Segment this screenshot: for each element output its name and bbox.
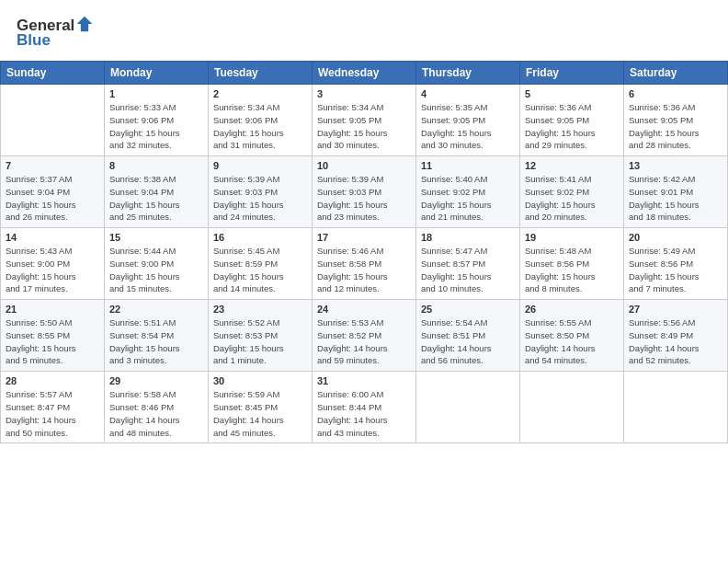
logo-icon [75,15,94,33]
day-cell: 24Sunrise: 5:53 AM Sunset: 8:52 PM Dayli… [313,300,416,372]
week-row-1: 1Sunrise: 5:33 AM Sunset: 9:06 PM Daylig… [1,85,728,156]
day-number: 24 [317,304,411,315]
weekday-header-thursday: Thursday [416,62,520,85]
day-number: 30 [213,375,307,386]
day-info: Sunrise: 5:33 AM Sunset: 9:06 PM Dayligh… [109,101,203,152]
day-cell: 8Sunrise: 5:38 AM Sunset: 9:04 PM Daylig… [105,156,209,228]
day-info: Sunrise: 5:48 AM Sunset: 8:56 PM Dayligh… [525,245,619,295]
day-info: Sunrise: 5:55 AM Sunset: 8:50 PM Dayligh… [525,316,619,367]
day-cell: 19Sunrise: 5:48 AM Sunset: 8:56 PM Dayli… [520,228,624,300]
day-number: 27 [629,304,722,315]
day-number: 20 [629,232,722,243]
day-number: 18 [421,232,515,243]
day-info: Sunrise: 5:52 AM Sunset: 8:53 PM Dayligh… [213,316,307,367]
day-number: 22 [109,304,203,315]
day-number: 14 [6,232,99,243]
day-info: Sunrise: 5:51 AM Sunset: 8:54 PM Dayligh… [109,316,203,367]
day-info: Sunrise: 5:42 AM Sunset: 9:01 PM Dayligh… [629,173,722,224]
day-info: Sunrise: 5:39 AM Sunset: 9:03 PM Dayligh… [213,173,307,224]
day-cell: 21Sunrise: 5:50 AM Sunset: 8:55 PM Dayli… [1,300,105,372]
day-number: 8 [109,160,203,171]
day-info: Sunrise: 5:36 AM Sunset: 9:05 PM Dayligh… [525,101,619,152]
day-number: 6 [629,88,722,99]
weekday-header-monday: Monday [105,62,209,85]
day-info: Sunrise: 5:35 AM Sunset: 9:05 PM Dayligh… [421,101,515,152]
week-row-2: 7Sunrise: 5:37 AM Sunset: 9:04 PM Daylig… [1,156,728,228]
day-cell: 22Sunrise: 5:51 AM Sunset: 8:54 PM Dayli… [105,300,209,372]
day-info: Sunrise: 5:47 AM Sunset: 8:57 PM Dayligh… [421,245,515,295]
day-number: 7 [6,160,99,171]
day-info: Sunrise: 5:37 AM Sunset: 9:04 PM Dayligh… [6,173,99,224]
day-number: 28 [6,375,99,386]
day-info: Sunrise: 5:34 AM Sunset: 9:06 PM Dayligh… [213,101,307,152]
day-info: Sunrise: 6:00 AM Sunset: 8:44 PM Dayligh… [317,388,411,439]
day-number: 9 [213,160,307,171]
day-number: 29 [109,375,203,386]
logo-blue-text: Blue [17,31,51,50]
day-info: Sunrise: 5:54 AM Sunset: 8:51 PM Dayligh… [421,316,515,367]
day-cell: 28Sunrise: 5:57 AM Sunset: 8:47 PM Dayli… [1,372,105,443]
day-cell [416,372,520,443]
weekday-header-wednesday: Wednesday [313,62,416,85]
weekday-header-saturday: Saturday [624,62,728,85]
day-cell: 23Sunrise: 5:52 AM Sunset: 8:53 PM Dayli… [209,300,313,372]
day-number: 11 [421,160,515,171]
day-cell: 14Sunrise: 5:43 AM Sunset: 9:00 PM Dayli… [1,228,105,300]
day-number: 3 [317,88,411,99]
day-cell: 9Sunrise: 5:39 AM Sunset: 9:03 PM Daylig… [209,156,313,228]
day-cell: 30Sunrise: 5:59 AM Sunset: 8:45 PM Dayli… [209,372,313,443]
day-info: Sunrise: 5:34 AM Sunset: 9:05 PM Dayligh… [317,101,411,152]
day-number: 19 [525,232,619,243]
weekday-header-sunday: Sunday [1,62,105,85]
day-info: Sunrise: 5:49 AM Sunset: 8:56 PM Dayligh… [629,245,722,295]
day-number: 2 [213,88,307,99]
day-number: 10 [317,160,411,171]
week-row-4: 21Sunrise: 5:50 AM Sunset: 8:55 PM Dayli… [1,300,728,372]
day-number: 16 [213,232,307,243]
day-info: Sunrise: 5:38 AM Sunset: 9:04 PM Dayligh… [109,173,203,224]
day-info: Sunrise: 5:59 AM Sunset: 8:45 PM Dayligh… [213,388,307,439]
day-cell: 13Sunrise: 5:42 AM Sunset: 9:01 PM Dayli… [624,156,728,228]
day-cell: 27Sunrise: 5:56 AM Sunset: 8:49 PM Dayli… [624,300,728,372]
day-number: 26 [525,304,619,315]
day-number: 1 [109,88,203,99]
day-number: 21 [6,304,99,315]
day-cell: 31Sunrise: 6:00 AM Sunset: 8:44 PM Dayli… [313,372,416,443]
day-number: 5 [525,88,619,99]
day-info: Sunrise: 5:36 AM Sunset: 9:05 PM Dayligh… [629,101,722,152]
day-info: Sunrise: 5:56 AM Sunset: 8:49 PM Dayligh… [629,316,722,367]
day-cell: 10Sunrise: 5:39 AM Sunset: 9:03 PM Dayli… [313,156,416,228]
page: General Blue SundayMondayTuesdayWednesda… [0,0,728,563]
day-cell: 5Sunrise: 5:36 AM Sunset: 9:05 PM Daylig… [520,85,624,156]
day-number: 31 [317,375,411,386]
weekday-header-row: SundayMondayTuesdayWednesdayThursdayFrid… [1,62,728,85]
day-info: Sunrise: 5:46 AM Sunset: 8:58 PM Dayligh… [317,245,411,295]
weekday-header-friday: Friday [520,62,624,85]
day-info: Sunrise: 5:40 AM Sunset: 9:02 PM Dayligh… [421,173,515,224]
week-row-5: 28Sunrise: 5:57 AM Sunset: 8:47 PM Dayli… [1,372,728,443]
day-cell [520,372,624,443]
day-cell: 4Sunrise: 5:35 AM Sunset: 9:05 PM Daylig… [416,85,520,156]
day-info: Sunrise: 5:39 AM Sunset: 9:03 PM Dayligh… [317,173,411,224]
weekday-header-tuesday: Tuesday [209,62,313,85]
day-cell: 11Sunrise: 5:40 AM Sunset: 9:02 PM Dayli… [416,156,520,228]
day-number: 23 [213,304,307,315]
day-number: 4 [421,88,515,99]
day-info: Sunrise: 5:44 AM Sunset: 9:00 PM Dayligh… [109,245,203,295]
day-info: Sunrise: 5:41 AM Sunset: 9:02 PM Dayligh… [525,173,619,224]
day-info: Sunrise: 5:45 AM Sunset: 8:59 PM Dayligh… [213,245,307,295]
day-cell: 16Sunrise: 5:45 AM Sunset: 8:59 PM Dayli… [209,228,313,300]
day-info: Sunrise: 5:57 AM Sunset: 8:47 PM Dayligh… [6,388,99,439]
day-cell: 12Sunrise: 5:41 AM Sunset: 9:02 PM Dayli… [520,156,624,228]
day-info: Sunrise: 5:53 AM Sunset: 8:52 PM Dayligh… [317,316,411,367]
header: General Blue [0,0,728,57]
day-number: 15 [109,232,203,243]
day-info: Sunrise: 5:58 AM Sunset: 8:46 PM Dayligh… [109,388,203,439]
day-cell: 3Sunrise: 5:34 AM Sunset: 9:05 PM Daylig… [313,85,416,156]
day-number: 12 [525,160,619,171]
day-cell: 18Sunrise: 5:47 AM Sunset: 8:57 PM Dayli… [416,228,520,300]
day-cell: 1Sunrise: 5:33 AM Sunset: 9:06 PM Daylig… [105,85,209,156]
calendar-table: SundayMondayTuesdayWednesdayThursdayFrid… [0,61,728,443]
week-row-3: 14Sunrise: 5:43 AM Sunset: 9:00 PM Dayli… [1,228,728,300]
logo: General Blue [17,17,94,50]
